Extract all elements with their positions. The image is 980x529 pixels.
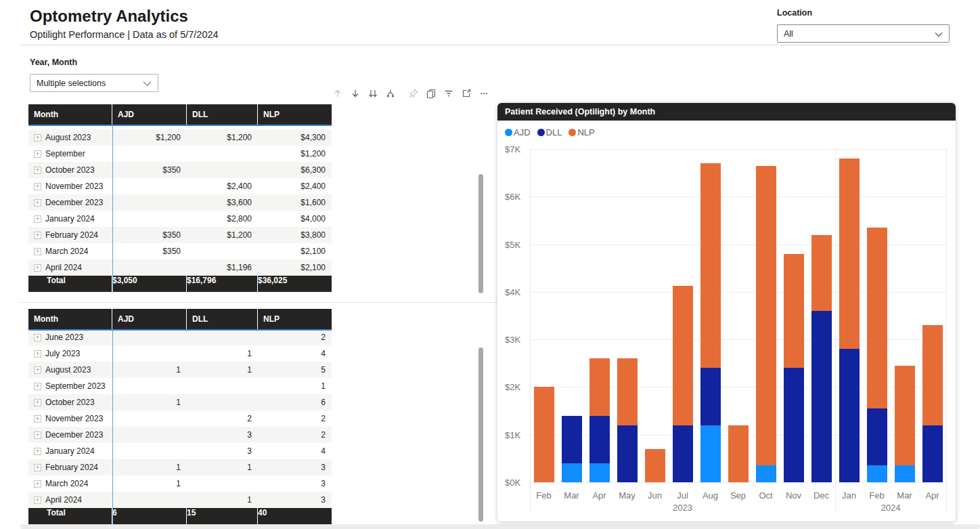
expand-row-icon[interactable]: +: [34, 415, 41, 423]
horizontal-scrollbar[interactable]: [20, 524, 980, 529]
table-row[interactable]: +January 2024$2,800$4,000: [28, 211, 332, 227]
table-row[interactable]: +March 2024$350$2,100: [28, 243, 332, 259]
bar-segment-nlp[interactable]: [589, 358, 610, 415]
bar-segment-nlp[interactable]: [673, 286, 693, 425]
table-header-row: MonthAJDDLLNLP: [28, 309, 332, 329]
pin-icon[interactable]: [407, 87, 419, 99]
expand-row-icon[interactable]: +: [34, 350, 41, 358]
table-row[interactable]: +October 2023$350$6,300: [28, 162, 332, 178]
expand-row-icon[interactable]: +: [34, 248, 41, 255]
bar-segment-nlp[interactable]: [895, 366, 915, 466]
bar-segment-dll[interactable]: [784, 368, 804, 482]
bar-segment-ajd[interactable]: [562, 463, 582, 482]
table-row[interactable]: +March 202413: [28, 475, 332, 492]
expand-row-icon[interactable]: +: [34, 383, 41, 390]
copy-icon[interactable]: [425, 87, 437, 99]
table-row[interactable]: +April 2024$1,196$2,100: [28, 259, 332, 276]
legend-item-ajd[interactable]: AJD: [505, 127, 531, 137]
bar-segment-nlp[interactable]: [922, 325, 943, 425]
bar-segment-dll[interactable]: [562, 416, 582, 463]
bar-segment-nlp[interactable]: [867, 228, 887, 408]
expand-all-levels-icon[interactable]: [384, 87, 396, 99]
bar-segment-nlp[interactable]: [617, 358, 638, 425]
expand-row-icon[interactable]: +: [34, 167, 41, 174]
more-options-icon[interactable]: [478, 87, 489, 99]
expand-row-icon[interactable]: +: [34, 464, 41, 471]
column-header[interactable]: Month: [28, 104, 112, 125]
bar-segment-ajd[interactable]: [895, 465, 915, 482]
column-header[interactable]: AJD: [112, 104, 187, 125]
table-row[interactable]: +October 202316: [28, 394, 332, 410]
bar-segment-dll[interactable]: [867, 408, 887, 465]
table-row[interactable]: +August 2023$1,200$1,200$4,300: [28, 129, 332, 146]
table-row[interactable]: +April 202413: [28, 492, 332, 508]
year-month-dropdown[interactable]: Multiple selections: [30, 74, 158, 92]
expand-row-icon[interactable]: +: [34, 366, 41, 374]
table-row[interactable]: +August 2023115: [28, 362, 332, 378]
bar-segment-dll[interactable]: [922, 425, 943, 482]
expand-next-level-icon[interactable]: [367, 87, 378, 99]
bar-segment-nlp[interactable]: [811, 235, 832, 311]
bar-segment-dll[interactable]: [811, 311, 832, 482]
bar-segment-nlp[interactable]: [700, 163, 721, 368]
table-row[interactable]: +September 20231: [28, 378, 332, 394]
bar-segment-ajd[interactable]: [700, 425, 721, 482]
expand-row-icon[interactable]: +: [34, 431, 41, 439]
filter-icon[interactable]: [443, 87, 454, 99]
legend-item-dll[interactable]: DLL: [537, 127, 562, 137]
bar-segment-nlp[interactable]: [534, 387, 554, 482]
focus-mode-icon[interactable]: [460, 87, 472, 99]
table-row[interactable]: +July 202314: [28, 345, 332, 362]
expand-row-icon[interactable]: +: [34, 183, 41, 190]
bar-segment-dll[interactable]: [839, 349, 860, 482]
bar-segment-nlp[interactable]: [839, 158, 860, 349]
table-row[interactable]: +December 202332: [28, 427, 332, 443]
bar-segment-dll[interactable]: [589, 416, 610, 463]
table-row[interactable]: +February 2024$350$1,200$3,800: [28, 227, 332, 243]
bar-segment-ajd[interactable]: [756, 465, 776, 482]
bar-segment-dll[interactable]: [673, 425, 693, 482]
expand-row-icon[interactable]: +: [34, 215, 41, 223]
revenue-table-scrollbar[interactable]: [478, 174, 483, 293]
value-cell: 1: [187, 492, 258, 508]
bar-segment-ajd[interactable]: [589, 463, 610, 482]
expand-row-icon[interactable]: +: [34, 480, 41, 488]
bar-segment-dll[interactable]: [700, 368, 721, 425]
table-row[interactable]: +November 2023$2,400$2,400: [28, 178, 332, 194]
gridline: [530, 196, 946, 197]
column-header[interactable]: NLP: [258, 104, 332, 125]
bar-segment-nlp[interactable]: [784, 254, 804, 368]
x-axis-label: May: [613, 490, 641, 501]
expand-row-icon[interactable]: +: [34, 334, 41, 341]
table-row[interactable]: +December 2023$3,600$1,600: [28, 194, 332, 211]
column-header[interactable]: AJD: [112, 309, 187, 329]
expand-row-icon[interactable]: +: [34, 134, 41, 142]
value-cell: $6,300: [258, 162, 332, 178]
table-row[interactable]: +February 2024113: [28, 459, 332, 475]
patients-table-scrollbar[interactable]: [478, 347, 483, 522]
drill-up-icon[interactable]: [332, 87, 343, 99]
bar-segment-nlp[interactable]: [756, 166, 776, 466]
legend-item-nlp[interactable]: NLP: [569, 127, 594, 137]
expand-row-icon[interactable]: +: [34, 264, 41, 272]
table-row[interactable]: +September$1,200: [28, 146, 332, 162]
column-header[interactable]: DLL: [187, 104, 258, 125]
table-row[interactable]: +January 202434: [28, 443, 332, 459]
column-header[interactable]: DLL: [187, 309, 258, 329]
column-header[interactable]: Month: [28, 309, 112, 329]
expand-row-icon[interactable]: +: [34, 448, 41, 455]
bar-segment-dll[interactable]: [617, 425, 638, 482]
column-header[interactable]: NLP: [258, 309, 332, 329]
expand-row-icon[interactable]: +: [34, 150, 41, 158]
bar-segment-nlp[interactable]: [728, 425, 749, 482]
bar-segment-ajd[interactable]: [867, 465, 887, 482]
expand-row-icon[interactable]: +: [34, 232, 41, 239]
expand-row-icon[interactable]: +: [34, 399, 41, 406]
table-row[interactable]: +November 202322: [28, 410, 332, 427]
drill-down-icon[interactable]: [349, 87, 361, 99]
expand-row-icon[interactable]: +: [34, 496, 41, 504]
expand-row-icon[interactable]: +: [34, 199, 41, 207]
bar-segment-nlp[interactable]: [645, 449, 665, 482]
table-row[interactable]: +June 20232: [28, 329, 332, 345]
location-dropdown[interactable]: All: [777, 24, 950, 43]
